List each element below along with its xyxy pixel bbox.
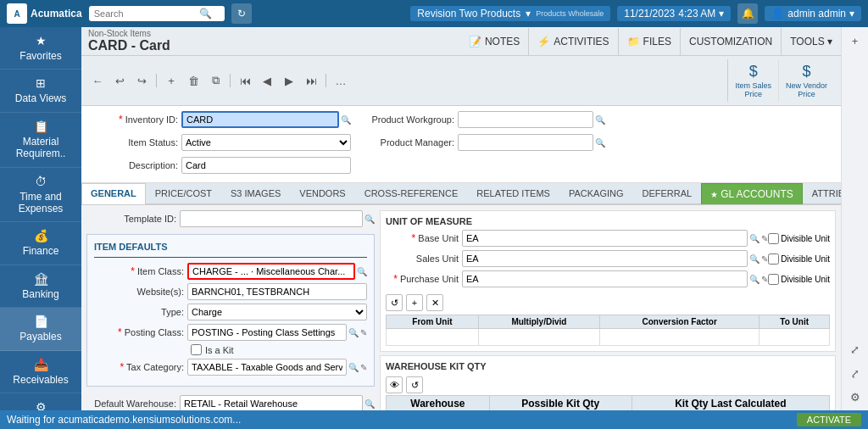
item-class-row: * Item Class: 🔍 <box>94 263 367 280</box>
purchase-unit-search-icon[interactable]: 🔍 <box>749 275 760 284</box>
conv-cell <box>760 329 830 346</box>
tab-vendors[interactable]: VENDORS <box>290 183 354 204</box>
tab-deferral[interactable]: DEFERRAL <box>633 183 702 204</box>
tax-category-edit-icon[interactable]: ✎ <box>360 363 367 372</box>
page-title: CARD - Card <box>88 38 170 53</box>
back-button[interactable]: ← <box>88 71 107 90</box>
right-settings-button[interactable]: ⚙ <box>845 387 865 407</box>
item-status-select[interactable]: Active <box>181 134 351 151</box>
user-box[interactable]: 👤 admin admin ▾ <box>765 6 861 21</box>
more-button[interactable]: … <box>331 71 350 90</box>
type-select[interactable]: Charge <box>187 304 367 320</box>
tab-relateditems[interactable]: RELATED ITEMS <box>467 183 559 204</box>
sales-unit-divisible-label: Divisible Unit <box>781 254 830 264</box>
status-message: Waiting for acumaticademo.kensiumsolutio… <box>7 414 241 426</box>
conv-add-button[interactable]: + <box>406 294 423 311</box>
notes-button[interactable]: 📝 NOTES <box>460 28 529 55</box>
tax-category-search-icon[interactable]: 🔍 <box>348 363 359 372</box>
base-unit-input[interactable] <box>462 230 748 247</box>
right-add-button[interactable]: + <box>845 31 865 51</box>
add-button[interactable]: + <box>162 71 181 90</box>
sidebar-item-materialreq[interactable]: 📋 Material Requirem.. <box>0 113 81 168</box>
revision-box[interactable]: Revision Two Products ▾ Products Wholesa… <box>410 6 610 21</box>
top-bar: A Acumatica 🔍 ↻ Revision Two Products ▾ … <box>0 0 868 27</box>
redo-button[interactable]: ↪ <box>132 71 151 90</box>
search-input[interactable] <box>94 8 196 19</box>
sales-unit-search-icon[interactable]: 🔍 <box>749 254 760 264</box>
activities-icon: ⚡ <box>537 36 550 47</box>
wh-view-button[interactable]: 👁 <box>386 376 403 393</box>
item-class-input[interactable] <box>187 263 355 280</box>
date-text: 11/21/2023 <box>624 8 675 20</box>
undo-button[interactable]: ↩ <box>110 71 129 90</box>
description-input[interactable] <box>181 157 351 174</box>
sidebar-item-customization[interactable]: ⚙ Customization <box>0 393 81 410</box>
refresh-icon[interactable]: ↻ <box>231 3 252 24</box>
new-vendor-price-button[interactable]: $ New VendorPrice <box>778 59 834 102</box>
next-button[interactable]: ▶ <box>280 71 298 90</box>
customization-button[interactable]: CUSTOMIZATION <box>681 28 782 55</box>
sales-unit-input[interactable] <box>462 250 748 267</box>
tax-category-input[interactable] <box>187 359 347 376</box>
tab-general[interactable]: GENERAL <box>81 183 146 204</box>
posting-class-search-icon[interactable]: 🔍 <box>348 328 359 337</box>
sidebar-item-timeexpenses[interactable]: ⏱ Time and Expenses <box>0 168 81 223</box>
default-warehouse-search-icon[interactable]: 🔍 <box>364 399 375 409</box>
product-workgroup-search-icon[interactable]: 🔍 <box>595 115 605 125</box>
tab-s3images[interactable]: S3 IMAGES <box>221 183 290 204</box>
tab-glaccounts[interactable]: ★ GL ACCOUNTS <box>701 183 803 204</box>
files-button[interactable]: 📁 FILES <box>619 28 681 55</box>
bell-icon[interactable]: 🔔 <box>737 3 758 24</box>
item-class-search-icon[interactable]: 🔍 <box>357 267 367 276</box>
datetime-box: 11/21/2023 4:23 AM ▾ <box>617 6 731 21</box>
product-workgroup-input[interactable] <box>458 111 593 128</box>
sales-unit-edit-icon[interactable]: ✎ <box>761 254 768 264</box>
purchase-unit-input[interactable] <box>462 270 748 287</box>
template-id-input[interactable] <box>180 210 363 227</box>
tab-pricecost[interactable]: PRICE/COST <box>146 183 221 204</box>
posting-class-input[interactable] <box>187 324 347 341</box>
form-left-fields: * Inventory ID: 🔍 Item Status: Active <box>88 111 351 177</box>
sidebar-item-dataviews[interactable]: ⊞ Data Views <box>0 70 81 112</box>
activities-button[interactable]: ⚡ ACTIVITIES <box>529 28 618 55</box>
sales-unit-divisible-checkbox[interactable] <box>768 254 779 265</box>
tab-crossref[interactable]: CROSS-REFERENCE <box>355 183 468 204</box>
default-warehouse-input[interactable] <box>180 395 363 410</box>
wh-refresh-button[interactable]: ↺ <box>406 376 423 393</box>
search-box[interactable]: 🔍 <box>89 6 225 21</box>
right-share-button[interactable]: ⤤ <box>845 363 865 383</box>
purchase-unit-divisible-checkbox[interactable] <box>768 274 779 285</box>
sidebar-item-finance[interactable]: 💰 Finance <box>0 222 81 265</box>
item-sales-price-button[interactable]: $ Item SalesPrice <box>728 59 778 102</box>
sidebar-item-payables[interactable]: 📄 Payables <box>0 308 81 350</box>
tab-attributes[interactable]: ATTRIBUTES <box>803 183 841 204</box>
websites-input[interactable] <box>187 283 367 300</box>
purchase-unit-edit-icon[interactable]: ✎ <box>761 275 768 284</box>
base-unit-divisible-checkbox[interactable] <box>768 233 779 244</box>
sidebar-item-banking[interactable]: 🏦 Banking <box>0 265 81 308</box>
inventory-id-search-icon[interactable]: 🔍 <box>341 115 351 125</box>
template-id-search-icon[interactable]: 🔍 <box>364 214 375 224</box>
base-unit-search-icon[interactable]: 🔍 <box>749 234 760 243</box>
last-button[interactable]: ⏭ <box>302 71 320 90</box>
posting-class-edit-icon[interactable]: ✎ <box>360 328 367 337</box>
wh-header-kit-qty-last: Kit Qty Last Calculated <box>632 396 829 411</box>
first-button[interactable]: ⏮ <box>236 71 254 90</box>
conv-delete-button[interactable]: ✕ <box>426 294 443 311</box>
base-unit-edit-icon[interactable]: ✎ <box>761 234 768 243</box>
tab-packaging[interactable]: PACKAGING <box>559 183 633 204</box>
tools-button[interactable]: TOOLS ▾ <box>782 28 841 55</box>
sidebar-item-receivables[interactable]: 📥 Receivables <box>0 351 81 393</box>
activate-button[interactable]: ACTIVATE <box>797 413 861 426</box>
product-manager-search-icon[interactable]: 🔍 <box>595 138 605 148</box>
conv-refresh-button[interactable]: ↺ <box>386 294 403 311</box>
right-expand-button[interactable]: ⤢ <box>845 339 865 359</box>
prev-button[interactable]: ◀ <box>258 71 276 90</box>
is-kit-checkbox[interactable] <box>191 344 202 355</box>
product-manager-input[interactable] <box>458 134 593 151</box>
sidebar-item-favorites[interactable]: ★ Favorites <box>0 27 81 70</box>
delete-button[interactable]: 🗑 <box>184 71 203 90</box>
copy-button[interactable]: ⧉ <box>206 71 225 90</box>
inventory-id-input[interactable] <box>181 111 339 128</box>
sidebar-label-timeexpenses: Time and Expenses <box>3 191 78 215</box>
